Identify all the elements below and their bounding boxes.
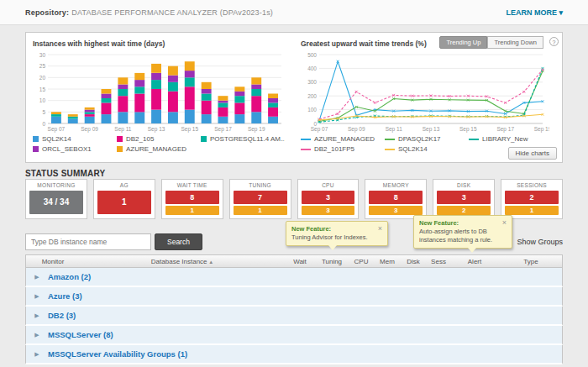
group-row[interactable]: ▶DB2 (3) — [25, 307, 563, 326]
status-count-warning: 3 — [302, 206, 355, 215]
trending-up-button[interactable]: Trending Up — [439, 36, 487, 49]
status-count-warning: 1 — [505, 206, 559, 215]
bar-chart-title: Instances with highest wait time (days) — [33, 39, 287, 48]
svg-text:300: 300 — [307, 79, 317, 85]
repository-info: Repository:DATABASE PERFORMANCE ANALYZER… — [25, 8, 273, 17]
group-row-label: MSSQLServer (8) — [48, 330, 113, 339]
legend-label: DB2_101FP5 — [314, 145, 354, 153]
status-count-critical: 8 — [165, 191, 219, 204]
status-card-memory[interactable]: MEMORY83 — [365, 179, 427, 219]
sort-asc-icon: ▲ — [207, 260, 214, 265]
column-header-cpu[interactable]: CPU — [349, 258, 374, 265]
close-icon[interactable]: × — [378, 225, 382, 232]
legend-item[interactable]: DB2_105 — [117, 135, 201, 143]
group-row-label: Amazon (2) — [48, 272, 91, 281]
tooltip-arrow-icon — [468, 248, 476, 253]
status-card-ag[interactable]: AG1 — [93, 179, 155, 219]
hide-charts-button[interactable]: Hide charts — [508, 147, 557, 160]
svg-text:Sep 19: Sep 19 — [248, 126, 265, 133]
group-row[interactable]: ▶MSSQLServer Availability Groups (1) — [25, 345, 563, 364]
chevron-right-icon[interactable]: ▶ — [26, 293, 48, 300]
status-count-warning: 3 — [369, 206, 423, 215]
repository-label: Repository: — [25, 8, 69, 17]
close-icon[interactable]: × — [502, 219, 507, 226]
bar-chart-section: Instances with highest wait time (days) … — [26, 33, 294, 162]
charts-panel: Instances with highest wait time (days) … — [25, 32, 563, 163]
column-header-type[interactable]: Type — [498, 258, 563, 265]
help-icon[interactable]: ? — [549, 37, 559, 46]
column-header-tuning[interactable]: Tuning — [315, 258, 349, 265]
chevron-right-icon[interactable]: ▶ — [26, 312, 48, 319]
svg-text:5: 5 — [42, 109, 45, 115]
table-body: ▶Amazon (2)▶Azure (3)▶DB2 (3)▶MSSQLServe… — [25, 268, 563, 364]
legend-item[interactable]: SQL2K14 — [33, 135, 117, 143]
svg-text:Sep 11: Sep 11 — [114, 126, 132, 133]
status-summary-title: STATUS SUMMARY — [25, 169, 105, 178]
svg-text:30: 30 — [39, 52, 46, 58]
status-card-disk[interactable]: DISK32 — [433, 179, 495, 219]
status-count-warning: 1 — [165, 206, 219, 215]
legend-item[interactable]: SQL2K14 — [385, 145, 469, 153]
legend-label: POSTGRESQL11.4 AM... — [210, 135, 285, 143]
bar-chart-legend: SQL2K14DB2_105POSTGRESQL11.4 AM...ORCL_S… — [33, 135, 287, 155]
svg-text:15: 15 — [39, 87, 46, 92]
svg-text:25: 25 — [39, 63, 46, 69]
search-input[interactable] — [25, 233, 151, 250]
trend-line-chart[interactable]: 0100200300400500Sep 07Sep 09Sep 11Sep 13… — [301, 50, 549, 134]
wait-time-stacked-bar-chart[interactable]: 051015202530Sep 07Sep 09Sep 11Sep 13Sep … — [33, 50, 285, 134]
learn-more-label: LEARN MORE — [506, 8, 557, 17]
new-feature-tooltip-tuning: New Feature: × Tuning Advisor for Indexe… — [286, 221, 388, 246]
group-row[interactable]: ▶Amazon (2) — [25, 268, 563, 287]
status-card-title: DISK — [437, 182, 491, 188]
column-header-mem[interactable]: Mem — [374, 258, 401, 265]
tooltip-header: New Feature: × — [419, 219, 507, 228]
legend-item[interactable]: ORCL_SEBOX1 — [33, 145, 117, 153]
trend-toggle-group: Trending Up Trending Down — [439, 36, 543, 49]
group-row[interactable]: ▶MSSQLServer (8) — [25, 326, 563, 345]
column-header-database-instance[interactable]: Database Instance ▲ — [80, 258, 285, 265]
legend-swatch — [33, 136, 39, 142]
status-card-monitoring[interactable]: MONITORING34 / 34 — [25, 179, 87, 219]
group-row-label: MSSQLServer Availability Groups (1) — [48, 349, 187, 359]
legend-label: SQL2K14 — [42, 135, 71, 143]
chevron-right-icon[interactable]: ▶ — [26, 274, 48, 280]
group-row-label: DB2 (3) — [48, 311, 76, 320]
legend-item[interactable]: POSTGRESQL11.4 AM... — [201, 135, 285, 143]
group-row-label: Azure (3) — [48, 291, 82, 301]
column-header-monitor[interactable]: Monitor — [26, 258, 80, 265]
status-cards: MONITORING34 / 34AG1WAIT TIME81TUNING71C… — [25, 179, 563, 219]
legend-item[interactable]: AZURE_MANAGED — [117, 145, 201, 153]
svg-text:400: 400 — [307, 66, 317, 71]
new-feature-tooltip-alerts: New Feature: × Auto-assign alerts to DB … — [413, 215, 512, 249]
column-header-disk[interactable]: Disk — [401, 258, 426, 265]
top-bar: Repository:DATABASE PERFORMANCE ANALYZER… — [0, 0, 588, 25]
search-button[interactable]: Search — [155, 233, 202, 250]
legend-item[interactable]: LIBRARY_New — [469, 135, 553, 143]
trending-down-button[interactable]: Trending Down — [487, 36, 543, 49]
status-card-cpu[interactable]: CPU33 — [297, 179, 360, 219]
status-card-sessions[interactable]: SESSIONS21 — [501, 179, 563, 219]
status-card-tuning[interactable]: TUNING71 — [229, 179, 291, 219]
legend-item[interactable]: DB2_101FP5 — [301, 145, 385, 153]
legend-line-swatch — [301, 139, 311, 140]
status-card-wait-time[interactable]: WAIT TIME81 — [161, 179, 223, 219]
svg-text:10: 10 — [39, 97, 46, 103]
column-header-sess[interactable]: Sess — [426, 258, 451, 265]
instances-table: MonitorDatabase Instance ▲WaitTuningCPUM… — [25, 254, 563, 364]
svg-text:100: 100 — [307, 107, 317, 113]
column-header-alert[interactable]: Alert — [451, 258, 498, 265]
group-row[interactable]: ▶Azure (3) — [25, 287, 563, 307]
legend-swatch — [117, 146, 123, 152]
column-header-wait[interactable]: Wait — [285, 258, 315, 265]
svg-text:Sep 09: Sep 09 — [81, 126, 98, 133]
chevron-right-icon[interactable]: ▶ — [26, 351, 48, 358]
chevron-right-icon[interactable]: ▶ — [26, 332, 48, 338]
legend-item[interactable]: AZURE_MANAGED — [301, 135, 385, 143]
legend-item[interactable]: DPASQL2K17 — [385, 135, 469, 143]
learn-more-link[interactable]: LEARN MORE ▾ — [506, 8, 563, 17]
status-count-critical: 3 — [302, 191, 355, 204]
legend-label: LIBRARY_New — [482, 135, 528, 143]
caret-down-icon: ▾ — [559, 8, 563, 17]
svg-text:Sep 15: Sep 15 — [459, 126, 477, 133]
svg-text:Sep 11: Sep 11 — [386, 126, 403, 133]
